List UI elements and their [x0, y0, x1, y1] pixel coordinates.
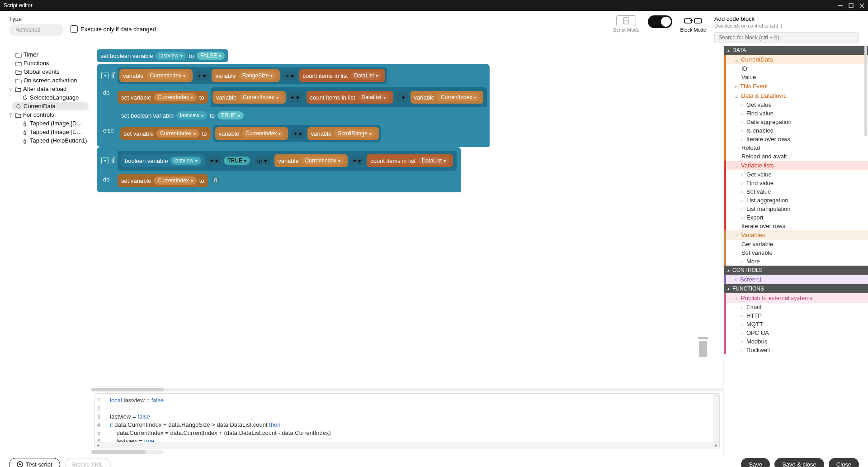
group-publish[interactable]: ◿Publish to external systems: [726, 293, 868, 303]
item-id[interactable]: ID: [726, 64, 868, 73]
maximize-icon[interactable]: [848, 3, 854, 8]
op-eq[interactable]: = ▾: [208, 157, 221, 165]
tree-selected-language[interactable]: SelectedLanguage: [15, 93, 89, 102]
blocks-canvas[interactable]: set boolean variable lastview▾ to FALSE▾…: [90, 46, 723, 386]
tree-on-screen[interactable]: On screen activation: [15, 76, 89, 85]
item-more[interactable]: ▹More: [726, 257, 868, 266]
test-script-button[interactable]: Test script: [9, 458, 60, 467]
type-select[interactable]: Refreshed: [9, 24, 63, 36]
canvas-hscroll[interactable]: [91, 388, 723, 391]
block-variable[interactable]: variableCurrentIndex▾: [410, 91, 484, 104]
block-variable[interactable]: variableScrollRange▾: [307, 127, 379, 140]
group-screen1[interactable]: ▹Screen1: [726, 275, 868, 284]
section-functions[interactable]: ▴FUNCTIONS: [724, 284, 868, 293]
block-set-var[interactable]: set variableCurrentIndex▾to: [118, 91, 208, 104]
item-find-value[interactable]: ▹Find value: [726, 109, 868, 118]
item-data-agg[interactable]: ▹Data aggregation: [726, 118, 868, 126]
op-eq[interactable]: = ▾: [350, 157, 364, 165]
group-variable-lists[interactable]: ◿Variable lists: [726, 161, 868, 170]
item-reload[interactable]: Reload: [726, 143, 868, 152]
save-button[interactable]: Save: [741, 458, 770, 467]
palette-scrollbar[interactable]: [864, 46, 867, 136]
block-variable[interactable]: variableCurrentIndex▾: [212, 91, 286, 104]
item-http[interactable]: ▹HTTP: [726, 311, 868, 320]
op-minus[interactable]: - ▾: [396, 93, 408, 102]
tree-global-events[interactable]: Global events: [15, 67, 89, 76]
item-vl-iterate[interactable]: Iterate over rows: [726, 222, 868, 230]
block-mode-icon[interactable]: [683, 15, 703, 26]
block-variable[interactable]: variableRangeSize▾: [212, 69, 280, 82]
op-plus[interactable]: + ▾: [288, 93, 302, 102]
tree-functions[interactable]: Functions: [15, 59, 89, 67]
gear-icon[interactable]: ✦: [101, 72, 108, 79]
value-false[interactable]: FALSE▾: [197, 52, 225, 60]
close-button[interactable]: Close: [829, 458, 859, 467]
minimize-icon[interactable]: [837, 3, 843, 8]
item-value[interactable]: Value: [726, 73, 868, 81]
tree-after-reload[interactable]: ▽After data reload: [9, 85, 89, 93]
group-variables[interactable]: ◿Variables: [726, 230, 868, 240]
item-email[interactable]: ▹Email: [726, 303, 868, 311]
tree-current-data[interactable]: CurrentData: [12, 102, 89, 110]
tree-timer[interactable]: Timer: [15, 50, 89, 59]
code-vscroll[interactable]: [713, 394, 719, 448]
item-get-value[interactable]: ▹Get value: [726, 100, 868, 109]
blocks-xml-button[interactable]: Blocks XML: [65, 458, 111, 467]
item-vl-export[interactable]: ▹Export: [726, 213, 868, 222]
block-bool-var[interactable]: boolean variablelastview▾: [121, 154, 205, 167]
item-rockwell[interactable]: ▹Rockwell: [726, 346, 868, 354]
block-if[interactable]: ✦ if boolean variablelastview▾ = ▾ TRUE▾…: [97, 147, 461, 192]
section-controls[interactable]: ▴CONTROLS: [724, 266, 868, 275]
op-gt[interactable]: > ▾: [283, 71, 296, 80]
close-window-icon[interactable]: [859, 3, 864, 8]
item-is-enabled[interactable]: ▹Is enabled: [726, 126, 868, 135]
item-iterate-rows[interactable]: ▹Iterate over rows: [726, 135, 868, 143]
block-set-var[interactable]: set variableCurrentIndex▾to: [120, 127, 211, 140]
bottom-hscroll[interactable]: [91, 450, 164, 454]
item-vl-set[interactable]: ▹Set value: [726, 187, 868, 196]
block-set-var[interactable]: set variableCurrentIndex▾to: [118, 174, 208, 187]
item-modbus[interactable]: ▹Modbus: [726, 337, 868, 346]
block-count-items[interactable]: count items in listDataList▾: [307, 91, 393, 104]
value-true[interactable]: TRUE▾: [224, 157, 250, 165]
group-this-event[interactable]: ▹This Event: [726, 81, 868, 91]
block-if-else[interactable]: ✦ if variableCurrentIndex▾ + ▾ variableR…: [97, 64, 490, 147]
item-vl-get[interactable]: ▹Get value: [726, 170, 868, 179]
tree-tap-help[interactable]: Tapped (HelpButton1): [15, 136, 89, 145]
group-currentdata[interactable]: ◿CurrentData: [726, 55, 868, 64]
code-text[interactable]: local lastview = false lastview = false …: [105, 394, 713, 448]
block-set-bool[interactable]: set boolean variable lastview▾ to FALSE▾: [97, 49, 228, 62]
block-variable[interactable]: variableCurrentIndex▾: [119, 69, 193, 82]
tree-tap-de[interactable]: Tapped (Image [DE_50px]): [15, 119, 89, 128]
trash-icon[interactable]: [696, 336, 710, 359]
block-count-items[interactable]: count items in listDataList▾: [367, 154, 453, 167]
block-variable[interactable]: variableCurrentIndex▾: [215, 127, 288, 140]
mode-toggle[interactable]: [648, 15, 672, 28]
save-close-button[interactable]: Save & close: [774, 458, 824, 467]
gear-icon[interactable]: ✦: [101, 157, 108, 164]
item-reload-await[interactable]: Reload and await: [726, 152, 868, 161]
search-block-input[interactable]: [714, 32, 859, 43]
execute-only-checkbox[interactable]: [71, 25, 78, 33]
value-zero[interactable]: 0: [211, 176, 221, 185]
item-opcua[interactable]: ▹OPC UA: [726, 329, 868, 337]
tree-for-controls[interactable]: ▽For controls: [9, 110, 89, 119]
tree-tap-en[interactable]: Tapped (Image [EN_50px]): [15, 128, 89, 136]
item-vl-listagg[interactable]: ▹List aggregation: [726, 196, 868, 205]
item-vl-listmanip[interactable]: ▹List manipulation: [726, 205, 868, 213]
item-mqtt[interactable]: ▹MQTT: [726, 320, 868, 329]
var-lastview[interactable]: lastview▾: [156, 52, 186, 60]
block-set-bool[interactable]: set boolean variable lastview▾ to TRUE▾: [118, 109, 247, 122]
section-data[interactable]: ▴DATA: [724, 46, 868, 55]
code-hscroll[interactable]: ◂▸: [94, 442, 719, 448]
block-count-items[interactable]: count items in listDataList▾: [299, 69, 386, 82]
item-set-var[interactable]: Set variable: [726, 248, 868, 257]
block-variable[interactable]: variableCurrentIndex▾: [274, 154, 348, 167]
op-or[interactable]: or ▾: [255, 157, 270, 165]
group-data-dataflows[interactable]: ◿Data & Dataflows: [726, 91, 868, 100]
script-mode-icon[interactable]: </>: [616, 15, 636, 26]
item-get-var[interactable]: Get variable: [726, 240, 868, 248]
op-plus[interactable]: + ▾: [291, 129, 304, 138]
item-vl-find[interactable]: ▹Find value: [726, 179, 868, 187]
op-plus[interactable]: + ▾: [195, 71, 209, 80]
